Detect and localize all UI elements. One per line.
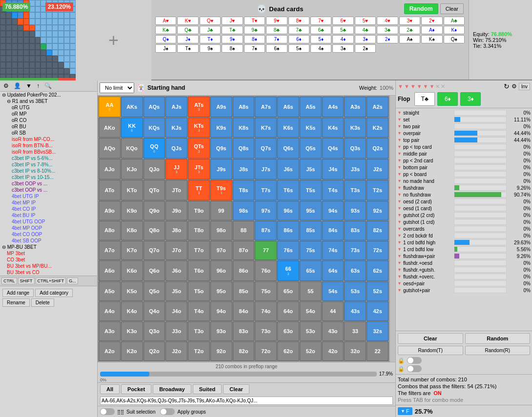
add-category-button[interactable]: Add category: [35, 289, 73, 297]
sidebar-item-22[interactable]: 4bet CO OOP: [0, 231, 97, 238]
inv-button[interactable]: Inv: [519, 83, 530, 90]
card-5d[interactable]: 5♦: [310, 35, 331, 43]
hand-cell-1-1[interactable]: KK6: [121, 118, 143, 138]
sidebar-item-19[interactable]: 4bet BU IP: [0, 212, 97, 218]
hand-cell-5-8[interactable]: 96s: [277, 201, 299, 220]
card-Kd[interactable]: K♦: [444, 26, 465, 34]
hand-cell-9-0[interactable]: A5o: [99, 281, 121, 301]
card-8s[interactable]: 8♠: [222, 44, 243, 53]
filter-icon-2[interactable]: ▼: [404, 83, 409, 90]
card-8h[interactable]: 8♥: [288, 17, 309, 25]
cat-filter-icon-5[interactable]: ▼: [397, 144, 402, 149]
hand-cell-3-7[interactable]: J7s: [255, 159, 277, 179]
hand-cell-11-7[interactable]: 73o: [255, 321, 277, 341]
hand-cell-9-5[interactable]: 95o: [210, 281, 232, 301]
hand-cell-11-10[interactable]: 43o: [322, 321, 344, 341]
hand-cell-8-10[interactable]: 64s: [322, 260, 344, 281]
hand-cell-4-5[interactable]: T9s3: [210, 180, 232, 200]
hand-cell-11-12[interactable]: 32s: [367, 321, 389, 341]
card-Ts[interactable]: T♠: [177, 44, 198, 53]
card-4c[interactable]: 4♣: [355, 26, 376, 34]
hand-cell-4-3[interactable]: JTo: [165, 180, 187, 200]
hand-cell-11-11[interactable]: 33: [344, 321, 366, 341]
filter-icon-4[interactable]: ▼: [417, 83, 422, 90]
hand-cell-1-3[interactable]: KJs: [165, 118, 187, 138]
cat-filter-icon-18[interactable]: ▼: [397, 233, 402, 238]
filter-badge[interactable]: ▼ F: [398, 407, 412, 415]
hand-cell-7-0[interactable]: A7o: [99, 241, 121, 260]
sidebar-item-1[interactable]: ⊖ R1 and vs 3BET: [0, 98, 97, 104]
hand-cell-0-6[interactable]: A8s: [233, 97, 255, 117]
sidebar-item-9[interactable]: isoR from BBvsSB...: [0, 149, 97, 155]
hand-cell-5-7[interactable]: 97s: [255, 201, 277, 220]
cat-filter-icon-1[interactable]: ▼: [397, 117, 402, 122]
hand-cell-2-1[interactable]: KQo: [121, 138, 143, 159]
hand-cell-0-7[interactable]: A7s: [255, 97, 277, 117]
all-button[interactable]: All: [100, 384, 120, 394]
sidebar-item-28[interactable]: BU 3bet vs CO: [0, 269, 97, 276]
hand-cell-0-12[interactable]: A2s: [367, 97, 389, 117]
hand-cell-4-4[interactable]: TT3: [188, 180, 210, 200]
hand-cell-10-2[interactable]: Q4o: [143, 301, 165, 321]
card-6s[interactable]: 6♠: [266, 44, 287, 53]
hand-cell-1-10[interactable]: K4s: [322, 118, 344, 138]
hand-cell-7-6[interactable]: 87o: [233, 241, 255, 260]
hand-cell-0-8[interactable]: A6s: [277, 97, 299, 117]
settings-button-right[interactable]: ⚙: [512, 83, 517, 90]
filter-icon-1[interactable]: ▼: [398, 83, 403, 90]
hand-cell-3-9[interactable]: J5s: [300, 159, 322, 179]
hand-cell-11-6[interactable]: 83o: [233, 321, 255, 341]
sidebar-item-0[interactable]: ⊖ Updated PokerPro 202...: [0, 92, 97, 98]
filter-icon-7[interactable]: ✕: [435, 83, 440, 90]
hand-cell-1-2[interactable]: KQs: [143, 118, 165, 138]
card-Tc[interactable]: T♣: [222, 26, 243, 34]
card-Qc[interactable]: Q♣: [177, 26, 198, 34]
hand-cell-9-8[interactable]: 65o: [277, 281, 299, 301]
hand-cell-12-10[interactable]: 42o: [322, 341, 344, 361]
hand-cell-9-4[interactable]: T5o: [188, 281, 210, 301]
card-4s[interactable]: 4♠: [310, 44, 331, 53]
hand-cell-6-5[interactable]: 98o: [210, 221, 232, 240]
sidebar-item-20[interactable]: 4bet UTG OOP: [0, 218, 97, 225]
hand-cell-1-9[interactable]: K5s: [300, 118, 322, 138]
card-3c[interactable]: 3♣: [377, 26, 398, 34]
hand-cell-10-3[interactable]: J4o: [165, 301, 187, 321]
filter-icon-3[interactable]: ▼: [410, 83, 416, 90]
card-5c[interactable]: 5♣: [332, 26, 353, 34]
hand-cell-8-11[interactable]: 63s: [344, 260, 366, 281]
hand-cell-5-5[interactable]: 99: [210, 201, 232, 220]
hand-cell-3-6[interactable]: J8s: [233, 159, 255, 179]
hand-cell-2-6[interactable]: Q8s: [233, 138, 255, 159]
card-Th[interactable]: T♥: [244, 17, 265, 25]
card-2s[interactable]: 2♠: [355, 44, 376, 53]
hand-cell-9-9[interactable]: 55: [300, 281, 322, 301]
cat-filter-icon-22[interactable]: ▼: [397, 260, 402, 265]
hand-cell-0-3[interactable]: AJs: [165, 97, 187, 117]
card-3h[interactable]: 3♥: [399, 17, 420, 25]
add-range-button[interactable]: Add range: [2, 289, 34, 297]
cat-filter-icon-9[interactable]: ▼: [397, 172, 402, 177]
cat-filter-icon-3[interactable]: ▼: [397, 131, 402, 136]
hand-cell-8-0[interactable]: A6o: [99, 260, 121, 281]
hand-cell-5-3[interactable]: J9o: [165, 201, 187, 220]
hand-cell-8-5[interactable]: 96o: [210, 260, 232, 281]
hand-cell-2-5[interactable]: Q9s: [210, 138, 232, 159]
hand-cell-8-8[interactable]: 663: [277, 260, 299, 281]
card-Td[interactable]: T♦: [200, 35, 221, 43]
hand-cell-8-3[interactable]: J6o: [165, 260, 187, 281]
hand-cell-2-0[interactable]: AQo: [99, 138, 121, 159]
hand-cell-2-10[interactable]: Q4s: [322, 138, 344, 159]
hand-cell-7-1[interactable]: K7o: [121, 241, 143, 260]
card-Qs[interactable]: Q♠: [444, 35, 465, 43]
card-7s[interactable]: 7♠: [244, 44, 265, 53]
sidebar-item-24[interactable]: ⊖ MP-BU 3BET: [0, 244, 97, 250]
hand-cell-2-7[interactable]: Q7s: [255, 138, 277, 159]
random-button-top[interactable]: Random: [404, 3, 438, 14]
hand-cell-4-2[interactable]: QTo: [143, 180, 165, 200]
hand-cell-6-9[interactable]: 85s: [300, 221, 322, 240]
limit-select[interactable]: No limit: [100, 82, 134, 93]
hand-cell-0-9[interactable]: A5s: [300, 97, 322, 117]
hand-cell-8-1[interactable]: K6o: [121, 260, 143, 281]
card-Ac[interactable]: A♣: [444, 17, 465, 25]
card-9c[interactable]: 9♣: [244, 26, 265, 34]
